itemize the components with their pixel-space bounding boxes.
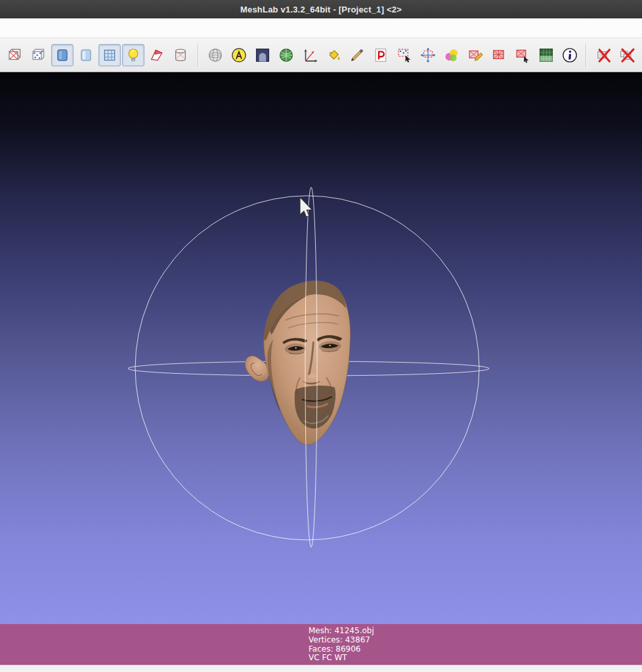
fill-color-button[interactable] xyxy=(322,44,345,66)
window-status-strip xyxy=(0,665,642,672)
select-faces-icon xyxy=(490,47,507,64)
move-selection-icon xyxy=(419,47,437,64)
render-points-button[interactable] xyxy=(28,44,50,66)
mesh-info-text: Mesh: 41245.obj Vertices: 43867 Faces: 8… xyxy=(0,624,642,663)
select-paint-faces-button[interactable] xyxy=(464,44,486,66)
delete-all-meshes-icon xyxy=(618,47,635,64)
render-smooth-button[interactable] xyxy=(75,44,97,66)
move-selection-button[interactable] xyxy=(417,44,439,66)
gl-viewport[interactable] xyxy=(0,72,642,624)
toggle-light-icon xyxy=(125,47,142,64)
select-delete-faces-button[interactable] xyxy=(511,44,534,66)
window-title: MeshLab v1.3.2_64bit - [Project_1] <2> xyxy=(240,5,402,14)
title-bar[interactable]: MeshLab v1.3.2_64bit - [Project_1] <2> xyxy=(0,0,642,18)
select-vertices-button[interactable] xyxy=(393,44,416,66)
environment-map-icon xyxy=(278,47,295,64)
snapshot-button[interactable] xyxy=(370,44,392,66)
backface-culling-icon xyxy=(148,47,165,64)
select-vertices-icon xyxy=(396,47,413,64)
show-labels-icon xyxy=(230,47,247,64)
colorize-tool-icon xyxy=(443,47,460,64)
select-delete-faces-icon xyxy=(514,47,531,64)
render-flat-button[interactable] xyxy=(51,44,74,66)
mesh-flags: VC FC WT xyxy=(309,654,642,663)
texture-view-button[interactable] xyxy=(251,44,274,66)
face-count: Faces: 86906 xyxy=(309,645,642,654)
render-points-icon xyxy=(30,47,47,64)
mesh-name: Mesh: 41245.obj xyxy=(309,627,642,636)
menu-bar-space xyxy=(0,18,642,38)
vertex-count: Vertices: 43867 xyxy=(309,636,642,645)
delete-mesh-icon xyxy=(595,47,612,64)
select-faces-button[interactable] xyxy=(488,44,510,66)
render-flat-lines-button[interactable] xyxy=(98,44,121,66)
backface-culling-button[interactable] xyxy=(146,44,168,66)
environment-map-button[interactable] xyxy=(275,44,297,66)
render-flat-lines-icon xyxy=(101,47,118,64)
delete-group xyxy=(592,44,638,66)
face-mesh-model xyxy=(241,279,356,448)
render-smooth-icon xyxy=(77,47,95,64)
delete-mesh-button[interactable] xyxy=(592,44,614,66)
render-mode-group xyxy=(4,44,192,66)
background-grid-button[interactable] xyxy=(535,44,557,66)
fill-color-icon xyxy=(325,47,342,64)
snapshot-icon xyxy=(372,47,389,64)
show-labels-button[interactable] xyxy=(228,44,250,66)
background-grid-icon xyxy=(538,47,555,64)
tools-group xyxy=(204,44,581,66)
meshlab-window: MeshLab v1.3.2_64bit - [Project_1] <2> xyxy=(0,0,642,672)
delete-all-meshes-button[interactable] xyxy=(616,44,638,66)
colorize-tool-button[interactable] xyxy=(440,44,463,66)
texture-view-icon xyxy=(254,47,271,64)
mouse-cursor xyxy=(300,197,312,217)
render-bbox-button[interactable] xyxy=(4,44,26,66)
show-axes-icon xyxy=(301,47,318,64)
toolbar-separator xyxy=(198,43,198,67)
render-flat-icon xyxy=(54,47,71,64)
paint-tool-button[interactable] xyxy=(346,44,368,66)
trackball-globe-button[interactable] xyxy=(204,44,226,66)
show-axes-button[interactable] xyxy=(299,44,321,66)
paint-tool-icon xyxy=(349,47,366,64)
mesh-info-button[interactable] xyxy=(559,44,581,66)
mesh-info-bar: Mesh: 41245.obj Vertices: 43867 Faces: 8… xyxy=(0,624,642,665)
toggle-light-button[interactable] xyxy=(122,44,144,66)
render-wireframe-icon xyxy=(172,47,189,64)
render-bbox-icon xyxy=(7,47,24,64)
select-paint-faces-icon xyxy=(467,47,484,64)
main-toolbar xyxy=(0,38,642,72)
trackball-globe-icon xyxy=(207,47,224,64)
mesh-info-icon xyxy=(561,47,578,64)
render-wireframe-button[interactable] xyxy=(169,44,192,66)
toolbar-separator xyxy=(586,43,586,67)
